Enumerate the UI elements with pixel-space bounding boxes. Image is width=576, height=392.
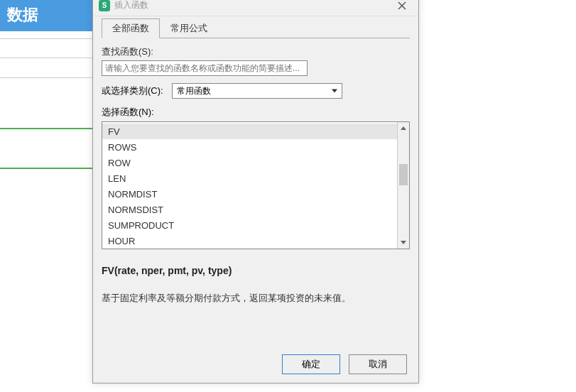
function-list-label: 选择函数(N): bbox=[102, 106, 410, 119]
function-description: 基于固定利率及等额分期付款方式，返回某项投资的未来值。 bbox=[102, 292, 410, 305]
category-select[interactable]: 常用函数 bbox=[172, 83, 342, 99]
sheet-row bbox=[0, 149, 92, 169]
app-icon: S bbox=[99, 0, 110, 11]
function-list-item[interactable]: SUMPRODUCT bbox=[102, 217, 397, 233]
tab-all-functions[interactable]: 全部函数 bbox=[102, 18, 160, 38]
category-label: 或选择类别(C): bbox=[102, 85, 163, 97]
function-signature: FV(rate, nper, pmt, pv, type) bbox=[102, 265, 410, 276]
sheet-row bbox=[0, 38, 92, 58]
spreadsheet-background: 数据 bbox=[0, 0, 92, 392]
function-list-item[interactable]: ROW bbox=[102, 155, 397, 170]
scroll-thumb[interactable] bbox=[399, 164, 408, 185]
titlebar: S 插入函数 bbox=[93, 0, 418, 16]
tab-bar: 全部函数 常用公式 bbox=[102, 18, 410, 38]
function-list-item[interactable]: FV bbox=[102, 124, 397, 139]
tab-common-formulas[interactable]: 常用公式 bbox=[160, 18, 218, 38]
close-button[interactable] bbox=[388, 0, 415, 14]
function-list-item[interactable]: NORMDIST bbox=[102, 186, 397, 202]
scroll-down-button[interactable] bbox=[398, 236, 409, 249]
sheet-column-header: 数据 bbox=[0, 0, 92, 31]
chevron-up-icon bbox=[401, 126, 406, 130]
function-list-item[interactable]: NORMSDIST bbox=[102, 202, 397, 217]
cancel-button[interactable]: 取消 bbox=[349, 354, 407, 374]
chevron-down-icon bbox=[332, 89, 337, 93]
close-icon bbox=[398, 1, 406, 10]
category-selected-value: 常用函数 bbox=[177, 86, 211, 96]
function-list-item[interactable]: LEN bbox=[102, 170, 397, 186]
insert-function-dialog: S 插入函数 全部函数 常用公式 查找函数(S): 或选择类别(C): 常用函数… bbox=[92, 0, 419, 383]
search-input[interactable] bbox=[102, 60, 308, 76]
ok-button[interactable]: 确定 bbox=[282, 354, 340, 374]
chevron-down-icon bbox=[401, 241, 406, 244]
search-label: 查找函数(S): bbox=[102, 45, 410, 58]
listbox-scrollbar[interactable] bbox=[397, 122, 409, 249]
function-list-item[interactable]: ROWS bbox=[102, 139, 397, 155]
scroll-up-button[interactable] bbox=[398, 122, 409, 134]
sheet-row bbox=[0, 58, 92, 78]
scroll-track[interactable] bbox=[398, 134, 409, 236]
function-list-item[interactable]: HOUR bbox=[102, 233, 397, 249]
sheet-row bbox=[0, 109, 92, 129]
function-listbox[interactable]: FVROWSROWLENNORMDISTNORMSDISTSUMPRODUCTH… bbox=[102, 121, 410, 249]
dialog-title: 插入函数 bbox=[114, 0, 388, 11]
